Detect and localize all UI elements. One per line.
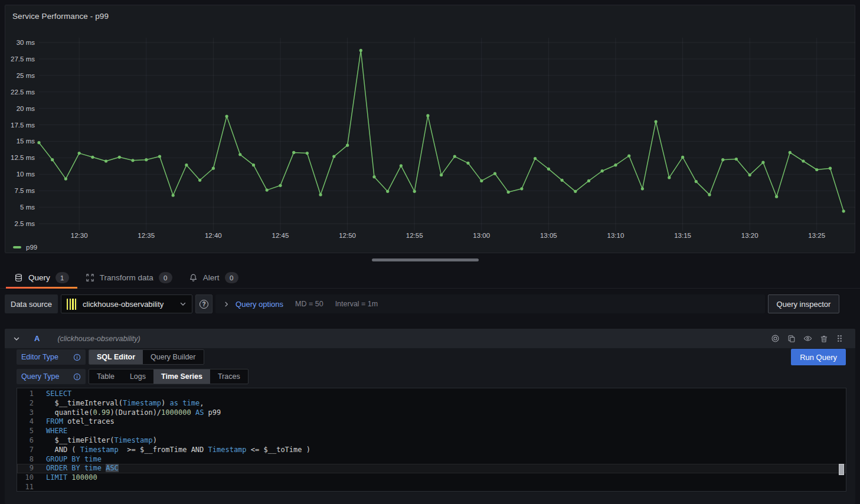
horizontal-scrollbar[interactable] bbox=[372, 258, 479, 261]
query-ref-id[interactable]: A bbox=[34, 334, 40, 343]
data-point bbox=[708, 193, 711, 196]
info-icon[interactable] bbox=[73, 354, 81, 361]
x-tick-label: 13:00 bbox=[473, 232, 490, 239]
help-icon: ? bbox=[200, 300, 208, 309]
code-line-7[interactable]: 7 AND ( Timestamp >= $__fromTime AND Tim… bbox=[17, 446, 846, 455]
editor-type-group-option-sql-editor[interactable]: SQL Editor bbox=[89, 350, 143, 364]
code-line-content: WHERE bbox=[34, 427, 67, 436]
data-point bbox=[104, 159, 107, 162]
query-options-section: Query options MD = 50 Interval = 1m bbox=[215, 294, 765, 313]
x-tick-label: 12:50 bbox=[339, 232, 356, 239]
chevron-right-icon[interactable] bbox=[223, 301, 230, 307]
datasource-select[interactable]: clickhouse-observability bbox=[61, 294, 192, 313]
data-point bbox=[212, 167, 215, 170]
chart-legend[interactable]: p99 bbox=[13, 244, 37, 251]
timeseries-panel: Service Performance - p99 30 ms27.5 ms25… bbox=[5, 5, 855, 253]
code-line-10[interactable]: 10LIMIT 100000 bbox=[17, 473, 846, 483]
delete-query-trash-icon[interactable] bbox=[820, 335, 828, 343]
code-line-11[interactable]: 11 bbox=[17, 483, 846, 492]
code-line-2[interactable]: 2 $__timeInterval(Timestamp) as time, bbox=[17, 399, 846, 408]
data-point bbox=[306, 152, 309, 155]
line-number: 10 bbox=[17, 473, 34, 483]
tab-alert[interactable]: Alert 0 bbox=[181, 267, 247, 288]
drag-handle-icon[interactable] bbox=[836, 335, 843, 342]
query-type-label-text: Query Type bbox=[21, 372, 59, 381]
disable-query-icon[interactable] bbox=[771, 334, 780, 343]
code-line-content bbox=[34, 483, 46, 492]
x-tick-label: 12:45 bbox=[272, 232, 289, 239]
data-point bbox=[440, 174, 443, 176]
data-point bbox=[252, 163, 255, 166]
line-number: 5 bbox=[17, 427, 34, 436]
code-line-content: ORDER BY time ASC bbox=[34, 464, 119, 473]
code-line-4[interactable]: 4FROM otel_traces bbox=[17, 417, 846, 427]
legend-series-label: p99 bbox=[26, 244, 37, 251]
y-tick-label: 7.5 ms bbox=[14, 187, 35, 194]
data-point bbox=[359, 49, 362, 52]
y-tick-label: 5 ms bbox=[20, 204, 35, 211]
data-point bbox=[561, 179, 564, 182]
data-point bbox=[225, 114, 228, 117]
editor-type-group-option-query-builder[interactable]: Query Builder bbox=[143, 350, 203, 364]
sql-code[interactable]: 1SELECT2 $__timeInterval(Timestamp) as t… bbox=[17, 388, 846, 492]
y-tick-label: 17.5 ms bbox=[11, 122, 35, 129]
panel-title: Service Performance - p99 bbox=[12, 12, 109, 21]
data-point bbox=[520, 187, 523, 190]
tab-query-count: 1 bbox=[55, 272, 69, 283]
query-inspector-button[interactable]: Query inspector bbox=[768, 294, 839, 313]
tab-alert-count: 0 bbox=[225, 272, 238, 283]
code-line-3[interactable]: 3 quantile(0.99)(Duration)/1000000 AS p9… bbox=[17, 408, 846, 418]
x-tick-label: 13:10 bbox=[607, 232, 624, 239]
data-point bbox=[614, 163, 617, 166]
code-line-content: quantile(0.99)(Duration)/1000000 AS p99 bbox=[34, 408, 221, 418]
data-point bbox=[51, 158, 54, 161]
code-line-6[interactable]: 6 $__timeFilter(Timestamp) bbox=[17, 436, 846, 446]
code-line-content: $__timeFilter(Timestamp) bbox=[34, 436, 157, 446]
editor-type-label: Editor Type bbox=[17, 349, 86, 365]
x-tick-label: 13:20 bbox=[741, 232, 758, 239]
run-query-button[interactable]: Run Query bbox=[791, 349, 846, 365]
collapse-chevron-icon[interactable] bbox=[13, 335, 20, 342]
query-type-group-option-logs[interactable]: Logs bbox=[122, 369, 153, 384]
code-line-8[interactable]: 8GROUP BY time bbox=[17, 455, 846, 464]
query-type-group-option-traces[interactable]: Traces bbox=[210, 369, 248, 384]
code-line-content: GROUP BY time bbox=[34, 455, 102, 464]
data-point bbox=[668, 176, 671, 179]
data-point bbox=[400, 164, 403, 167]
editor-tabs: Query 1 Transform data 0 Alert 0 bbox=[0, 267, 860, 289]
timeseries-chart[interactable]: 30 ms27.5 ms25 ms22.5 ms20 ms17.5 ms15 m… bbox=[5, 5, 856, 254]
query-options-link[interactable]: Query options bbox=[236, 300, 283, 309]
tab-transform-data[interactable]: Transform data 0 bbox=[77, 267, 181, 288]
data-point bbox=[641, 187, 644, 190]
y-tick-label: 12.5 ms bbox=[11, 154, 35, 161]
data-point bbox=[279, 184, 282, 187]
data-point bbox=[118, 156, 121, 159]
line-number: 8 bbox=[17, 455, 34, 464]
code-line-5[interactable]: 5WHERE bbox=[17, 427, 846, 436]
tab-query-label: Query bbox=[28, 273, 50, 282]
line-number: 3 bbox=[17, 408, 34, 418]
query-type-group-option-table[interactable]: Table bbox=[89, 369, 122, 384]
tab-query[interactable]: Query 1 bbox=[6, 267, 77, 288]
query-type-group-option-time-series[interactable]: Time Series bbox=[153, 369, 210, 384]
data-point bbox=[91, 156, 94, 159]
sql-code-editor[interactable]: 1SELECT2 $__timeInterval(Timestamp) as t… bbox=[17, 388, 846, 492]
data-point bbox=[655, 120, 658, 123]
tab-alert-label: Alert bbox=[203, 273, 220, 282]
datasource-help-button[interactable]: ? bbox=[195, 294, 212, 313]
editor-scrollbar-thumb[interactable] bbox=[839, 464, 844, 475]
info-icon[interactable] bbox=[73, 373, 81, 381]
x-tick-label: 13:05 bbox=[540, 232, 557, 239]
series-line-p99 bbox=[39, 50, 843, 211]
database-icon bbox=[14, 273, 23, 282]
data-point bbox=[789, 151, 792, 154]
code-line-1[interactable]: 1SELECT bbox=[17, 390, 846, 399]
line-number: 4 bbox=[17, 417, 34, 427]
duplicate-query-icon[interactable] bbox=[787, 335, 796, 343]
query-row-header[interactable]: A (clickhouse-observability) bbox=[5, 329, 855, 348]
code-line-content: $__timeInterval(Timestamp) as time, bbox=[34, 399, 204, 408]
data-point bbox=[453, 155, 456, 158]
query-editor-card: A (clickhouse-observability) Editor Type… bbox=[5, 329, 855, 504]
hide-response-eye-icon[interactable] bbox=[803, 334, 812, 343]
code-line-9[interactable]: 9ORDER BY time ASC bbox=[17, 464, 846, 473]
